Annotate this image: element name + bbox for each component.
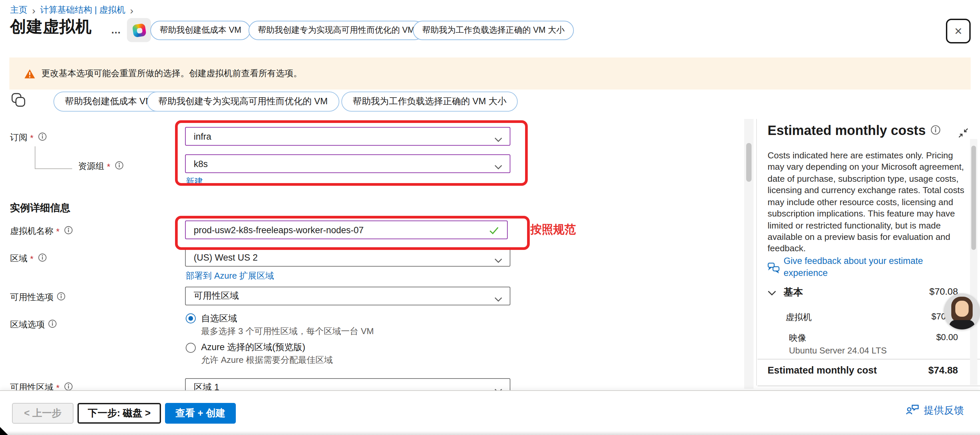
divider	[757, 359, 980, 360]
section-title-instance-details: 实例详细信息	[10, 202, 70, 215]
resource-group-label: 资源组*	[78, 160, 124, 172]
breadcrumb: 主页 › 计算基础结构 | 虚拟机 ›	[10, 4, 133, 16]
info-icon[interactable]	[38, 253, 47, 264]
subscription-label: 订阅*	[10, 132, 47, 143]
cost-row-vm: 虚拟机 $70.08	[786, 311, 958, 323]
main-scrollbar[interactable]	[744, 119, 754, 389]
chevron-down-icon	[494, 294, 502, 304]
availability-options-label: 可用性选项	[10, 292, 65, 303]
feedback-bubbles-icon	[768, 262, 780, 279]
breadcrumb-home-link[interactable]: 主页	[10, 4, 27, 16]
vm-name-label: 虚拟机名称*	[10, 225, 73, 237]
cost-row-image: 映像 $0.00	[789, 332, 958, 344]
more-options-button[interactable]: …	[111, 24, 122, 35]
chevron-down-icon	[494, 134, 502, 144]
copilot-icon	[132, 23, 146, 37]
create-new-resource-group-link[interactable]: 新建	[186, 176, 203, 188]
chevron-down-icon	[768, 286, 776, 298]
info-icon[interactable]	[38, 132, 47, 143]
avatar	[944, 293, 980, 330]
tree-connector	[35, 168, 72, 169]
warning-icon	[24, 69, 35, 78]
page-title: 创建虚拟机	[10, 16, 92, 37]
edge-zone-link[interactable]: 部署到 Azure 扩展区域	[186, 270, 274, 282]
zone-option-self-desc: 最多选择 3 个可用性区域，每个区域一台 VM	[201, 325, 374, 338]
radio-self-selected-zones[interactable]	[186, 313, 196, 323]
tree-connector	[35, 147, 35, 168]
vm-name-input[interactable]: prod-usw2-k8s-freeleaps-worker-nodes-07	[185, 220, 508, 239]
zone-options-label: 区域选项	[10, 319, 57, 331]
cost-row-image-sub: Ubuntu Server 24.04 LTS	[789, 346, 887, 355]
estimate-feedback-link[interactable]: Give feedback about your estimate experi…	[768, 255, 969, 279]
valid-check-icon	[489, 226, 499, 237]
warning-text: 更改基本选项可能会重置所做的选择。创建虚拟机前查看所有选项。	[41, 67, 302, 80]
bottom-shadow	[0, 431, 980, 435]
close-button[interactable]: ✕	[946, 19, 970, 43]
chevron-down-icon	[494, 255, 502, 265]
region-dropdown[interactable]: (US) West US 2	[185, 248, 511, 267]
annotation-text: 按照规范	[530, 222, 576, 237]
next-disks-button[interactable]: 下一步: 磁盘 >	[78, 403, 161, 424]
suggestion-pill-right-size[interactable]: 帮助我为工作负载选择正确的 VM 大小	[341, 92, 518, 112]
info-icon[interactable]	[64, 226, 73, 237]
divider	[757, 386, 980, 386]
region-label: 区域*	[10, 253, 47, 265]
main-scrollbar-thumb[interactable]	[746, 143, 751, 182]
breadcrumb-separator: ›	[130, 6, 133, 14]
radio-azure-selected-zones[interactable]	[186, 343, 196, 353]
zone-option-azure-desc: 允许 Azure 根据需要分配最佳区域	[201, 354, 332, 366]
breadcrumb-section-link[interactable]: 计算基础结构 | 虚拟机	[40, 4, 125, 16]
suggestion-pill-low-cost[interactable]: 帮助我创建低成本 VM	[150, 21, 250, 40]
info-icon[interactable]	[930, 123, 940, 138]
warning-banner: 更改基本选项可能会重置所做的选择。创建虚拟机前查看所有选项。	[10, 57, 970, 89]
review-create-button[interactable]: 查看 + 创建	[165, 403, 236, 424]
cost-disclaimer: Costs indicated here are estimates only.…	[768, 150, 968, 255]
collapse-panel-button[interactable]	[958, 127, 969, 141]
close-icon: ✕	[954, 25, 962, 37]
give-feedback-link[interactable]: 提供反馈	[906, 403, 964, 417]
copilot-outline-icon	[11, 92, 26, 110]
panel-divider	[756, 119, 757, 386]
person-feedback-icon	[906, 403, 919, 417]
create-vm-page: 主页 › 计算基础结构 | 虚拟机 › 创建虚拟机 … 帮助我创建低成本 VM …	[0, 0, 980, 435]
chevron-down-icon	[494, 162, 502, 172]
breadcrumb-separator: ›	[32, 6, 35, 14]
cost-panel-title: Estimated monthly costs	[768, 123, 940, 138]
suggestion-pill-right-size[interactable]: 帮助我为工作负载选择正确的 VM 大小	[413, 21, 574, 40]
footer-bar: < 上一步 下一步: 磁盘 > 查看 + 创建 提供反馈	[0, 390, 980, 435]
panel-scrollbar-thumb[interactable]	[971, 146, 976, 250]
cost-total-row: Estimated monthly cost $74.88	[768, 365, 958, 376]
zone-option-self-label[interactable]: 自选区域	[201, 313, 237, 325]
zone-option-azure-label[interactable]: Azure 选择的区域(预览版)	[201, 341, 305, 354]
info-icon[interactable]	[115, 161, 124, 172]
suggestion-pill-high-availability[interactable]: 帮助我创建专为实现高可用性而优化的 VM	[147, 92, 339, 112]
availability-options-dropdown[interactable]: 可用性区域	[185, 287, 511, 305]
resource-group-dropdown[interactable]: k8s	[185, 155, 511, 173]
subscription-dropdown[interactable]: infra	[185, 127, 511, 146]
previous-button[interactable]: < 上一步	[12, 403, 73, 424]
suggestion-pill-high-availability[interactable]: 帮助我创建专为实现高可用性而优化的 VM	[248, 21, 424, 40]
info-icon[interactable]	[57, 292, 65, 303]
info-icon[interactable]	[48, 319, 57, 330]
copilot-button[interactable]	[127, 18, 151, 42]
cost-group-row[interactable]: 基本 $70.08	[768, 286, 958, 299]
panel-scrollbar[interactable]	[970, 139, 977, 385]
